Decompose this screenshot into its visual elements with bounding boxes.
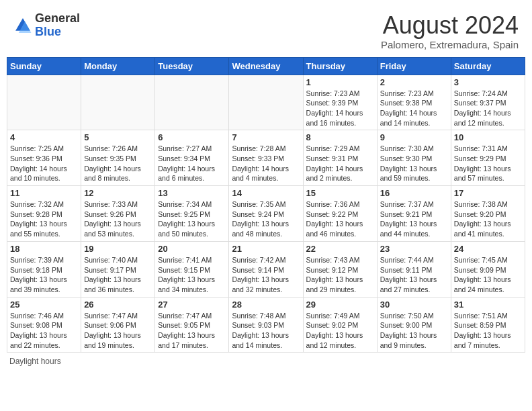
week-row-5: 25Sunrise: 7:46 AM Sunset: 9:08 PM Dayli… bbox=[7, 297, 525, 353]
day-of-week-saturday: Saturday bbox=[451, 57, 525, 75]
day-info: Sunrise: 7:49 AM Sunset: 9:02 PM Dayligh… bbox=[306, 311, 374, 351]
day-number: 2 bbox=[380, 77, 448, 87]
calendar-cell: 11Sunrise: 7:32 AM Sunset: 9:28 PM Dayli… bbox=[7, 186, 81, 242]
day-info: Sunrise: 7:38 AM Sunset: 9:20 PM Dayligh… bbox=[454, 199, 522, 239]
day-number: 28 bbox=[232, 300, 300, 310]
title-area: August 2024 Palomero, Extremadura, Spain bbox=[381, 12, 519, 50]
calendar-cell: 5Sunrise: 7:26 AM Sunset: 9:35 PM Daylig… bbox=[81, 130, 155, 186]
day-info: Sunrise: 7:32 AM Sunset: 9:28 PM Dayligh… bbox=[10, 199, 78, 239]
week-row-2: 4Sunrise: 7:25 AM Sunset: 9:36 PM Daylig… bbox=[7, 130, 525, 186]
day-number: 11 bbox=[10, 188, 78, 198]
day-of-week-wednesday: Wednesday bbox=[229, 57, 303, 75]
day-number: 20 bbox=[158, 244, 226, 254]
footer-note: Daylight hours bbox=[7, 357, 525, 366]
week-row-1: 1Sunrise: 7:23 AM Sunset: 9:39 PM Daylig… bbox=[7, 75, 525, 130]
logo-general: General bbox=[35, 12, 80, 26]
day-number: 8 bbox=[306, 132, 374, 142]
day-number: 6 bbox=[158, 132, 226, 142]
day-number: 5 bbox=[84, 132, 152, 142]
day-number: 18 bbox=[10, 244, 78, 254]
month-year: August 2024 bbox=[381, 12, 519, 39]
day-of-week-thursday: Thursday bbox=[303, 57, 377, 75]
calendar-cell: 21Sunrise: 7:42 AM Sunset: 9:14 PM Dayli… bbox=[229, 241, 303, 297]
day-info: Sunrise: 7:33 AM Sunset: 9:26 PM Dayligh… bbox=[84, 199, 152, 239]
day-info: Sunrise: 7:35 AM Sunset: 9:24 PM Dayligh… bbox=[232, 199, 300, 239]
day-of-week-monday: Monday bbox=[81, 57, 155, 75]
day-info: Sunrise: 7:24 AM Sunset: 9:37 PM Dayligh… bbox=[454, 89, 522, 128]
day-info: Sunrise: 7:27 AM Sunset: 9:34 PM Dayligh… bbox=[158, 144, 226, 183]
calendar-cell: 13Sunrise: 7:34 AM Sunset: 9:25 PM Dayli… bbox=[155, 186, 229, 242]
day-info: Sunrise: 7:37 AM Sunset: 9:21 PM Dayligh… bbox=[380, 199, 448, 239]
calendar-cell: 2Sunrise: 7:23 AM Sunset: 9:38 PM Daylig… bbox=[377, 75, 451, 130]
day-info: Sunrise: 7:31 AM Sunset: 9:29 PM Dayligh… bbox=[454, 144, 522, 183]
day-info: Sunrise: 7:47 AM Sunset: 9:05 PM Dayligh… bbox=[158, 311, 226, 351]
day-number: 1 bbox=[306, 77, 374, 87]
calendar-cell: 24Sunrise: 7:45 AM Sunset: 9:09 PM Dayli… bbox=[451, 241, 525, 297]
header: General Blue August 2024 Palomero, Extre… bbox=[7, 7, 525, 54]
day-number: 22 bbox=[306, 244, 374, 254]
day-number: 21 bbox=[232, 244, 300, 254]
day-number: 26 bbox=[84, 300, 152, 310]
week-row-4: 18Sunrise: 7:39 AM Sunset: 9:18 PM Dayli… bbox=[7, 241, 525, 297]
day-number: 23 bbox=[380, 244, 448, 254]
logo: General Blue bbox=[13, 12, 80, 39]
calendar-cell: 1Sunrise: 7:23 AM Sunset: 9:39 PM Daylig… bbox=[303, 75, 377, 130]
day-info: Sunrise: 7:41 AM Sunset: 9:15 PM Dayligh… bbox=[158, 255, 226, 295]
calendar-cell: 22Sunrise: 7:43 AM Sunset: 9:12 PM Dayli… bbox=[303, 241, 377, 297]
day-number: 17 bbox=[454, 188, 522, 198]
day-of-week-sunday: Sunday bbox=[7, 57, 81, 75]
day-info: Sunrise: 7:45 AM Sunset: 9:09 PM Dayligh… bbox=[454, 255, 522, 295]
calendar-cell: 8Sunrise: 7:29 AM Sunset: 9:31 PM Daylig… bbox=[303, 130, 377, 186]
day-info: Sunrise: 7:43 AM Sunset: 9:12 PM Dayligh… bbox=[306, 255, 374, 295]
calendar-cell: 30Sunrise: 7:50 AM Sunset: 9:00 PM Dayli… bbox=[377, 297, 451, 353]
day-info: Sunrise: 7:40 AM Sunset: 9:17 PM Dayligh… bbox=[84, 255, 152, 295]
calendar-cell: 27Sunrise: 7:47 AM Sunset: 9:05 PM Dayli… bbox=[155, 297, 229, 353]
day-number: 10 bbox=[454, 132, 522, 142]
calendar-cell: 29Sunrise: 7:49 AM Sunset: 9:02 PM Dayli… bbox=[303, 297, 377, 353]
days-of-week-row: SundayMondayTuesdayWednesdayThursdayFrid… bbox=[7, 57, 525, 75]
day-info: Sunrise: 7:51 AM Sunset: 8:59 PM Dayligh… bbox=[454, 311, 522, 351]
calendar-cell: 31Sunrise: 7:51 AM Sunset: 8:59 PM Dayli… bbox=[451, 297, 525, 353]
day-number: 31 bbox=[454, 300, 522, 310]
calendar-cell: 9Sunrise: 7:30 AM Sunset: 9:30 PM Daylig… bbox=[377, 130, 451, 186]
day-info: Sunrise: 7:30 AM Sunset: 9:30 PM Dayligh… bbox=[380, 144, 448, 183]
day-number: 30 bbox=[380, 300, 448, 310]
day-number: 7 bbox=[232, 132, 300, 142]
calendar-cell: 4Sunrise: 7:25 AM Sunset: 9:36 PM Daylig… bbox=[7, 130, 81, 186]
day-info: Sunrise: 7:50 AM Sunset: 9:00 PM Dayligh… bbox=[380, 311, 448, 351]
day-number: 24 bbox=[454, 244, 522, 254]
calendar-cell: 17Sunrise: 7:38 AM Sunset: 9:20 PM Dayli… bbox=[451, 186, 525, 242]
daylight-hours-label: Daylight hours bbox=[9, 357, 61, 366]
calendar-cell: 15Sunrise: 7:36 AM Sunset: 9:22 PM Dayli… bbox=[303, 186, 377, 242]
day-info: Sunrise: 7:34 AM Sunset: 9:25 PM Dayligh… bbox=[158, 199, 226, 239]
day-info: Sunrise: 7:44 AM Sunset: 9:11 PM Dayligh… bbox=[380, 255, 448, 295]
calendar-cell: 20Sunrise: 7:41 AM Sunset: 9:15 PM Dayli… bbox=[155, 241, 229, 297]
logo-blue: Blue bbox=[35, 26, 80, 39]
calendar-cell: 3Sunrise: 7:24 AM Sunset: 9:37 PM Daylig… bbox=[451, 75, 525, 130]
location: Palomero, Extremadura, Spain bbox=[381, 39, 519, 50]
week-row-3: 11Sunrise: 7:32 AM Sunset: 9:28 PM Dayli… bbox=[7, 186, 525, 242]
calendar-cell: 10Sunrise: 7:31 AM Sunset: 9:29 PM Dayli… bbox=[451, 130, 525, 186]
day-info: Sunrise: 7:39 AM Sunset: 9:18 PM Dayligh… bbox=[10, 255, 78, 295]
day-info: Sunrise: 7:28 AM Sunset: 9:33 PM Dayligh… bbox=[232, 144, 300, 183]
day-number: 13 bbox=[158, 188, 226, 198]
calendar-cell bbox=[81, 75, 155, 130]
day-of-week-friday: Friday bbox=[377, 57, 451, 75]
day-number: 12 bbox=[84, 188, 152, 198]
calendar-cell: 16Sunrise: 7:37 AM Sunset: 9:21 PM Dayli… bbox=[377, 186, 451, 242]
day-number: 27 bbox=[158, 300, 226, 310]
day-number: 16 bbox=[380, 188, 448, 198]
day-info: Sunrise: 7:26 AM Sunset: 9:35 PM Dayligh… bbox=[84, 144, 152, 183]
calendar-cell: 18Sunrise: 7:39 AM Sunset: 9:18 PM Dayli… bbox=[7, 241, 81, 297]
day-info: Sunrise: 7:46 AM Sunset: 9:08 PM Dayligh… bbox=[10, 311, 78, 351]
calendar-table: SundayMondayTuesdayWednesdayThursdayFrid… bbox=[7, 57, 525, 353]
day-info: Sunrise: 7:25 AM Sunset: 9:36 PM Dayligh… bbox=[10, 144, 78, 183]
day-info: Sunrise: 7:23 AM Sunset: 9:38 PM Dayligh… bbox=[380, 89, 448, 128]
calendar-cell: 6Sunrise: 7:27 AM Sunset: 9:34 PM Daylig… bbox=[155, 130, 229, 186]
day-number: 19 bbox=[84, 244, 152, 254]
logo-icon bbox=[13, 16, 32, 35]
day-number: 29 bbox=[306, 300, 374, 310]
day-number: 25 bbox=[10, 300, 78, 310]
calendar-cell: 7Sunrise: 7:28 AM Sunset: 9:33 PM Daylig… bbox=[229, 130, 303, 186]
day-info: Sunrise: 7:23 AM Sunset: 9:39 PM Dayligh… bbox=[306, 89, 374, 128]
